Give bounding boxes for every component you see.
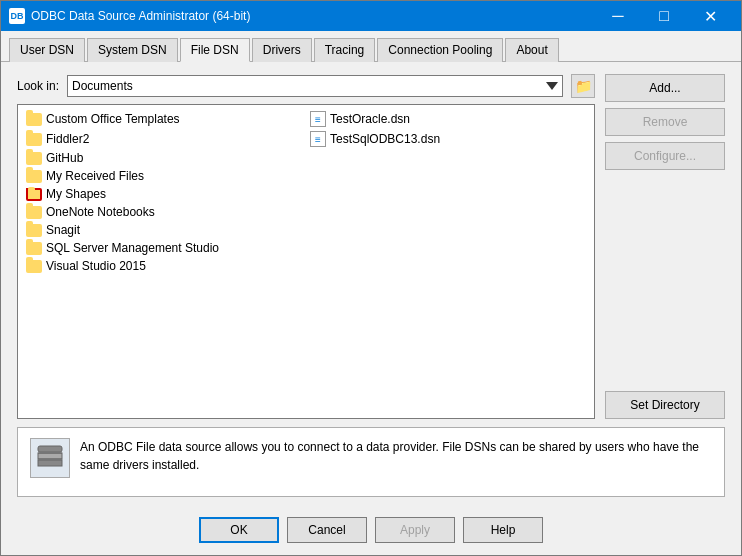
tab-about[interactable]: About — [505, 38, 558, 62]
tab-bar: User DSN System DSN File DSN Drivers Tra… — [1, 31, 741, 62]
tab-file-dsn[interactable]: File DSN — [180, 38, 250, 62]
ok-button[interactable]: OK — [199, 517, 279, 543]
apply-button[interactable]: Apply — [375, 517, 455, 543]
info-text: An ODBC File data source allows you to c… — [80, 438, 712, 474]
look-in-label: Look in: — [17, 79, 59, 93]
folder-icon — [26, 133, 42, 146]
maximize-button[interactable]: □ — [641, 1, 687, 31]
main-area: Look in: Documents 📁 Custom Office Templ… — [17, 74, 725, 419]
tab-user-dsn[interactable]: User DSN — [9, 38, 85, 62]
folder-icon — [26, 170, 42, 183]
configure-button[interactable]: Configure... — [605, 142, 725, 170]
database-icon — [34, 440, 66, 477]
look-in-select[interactable]: Documents — [67, 75, 563, 97]
folder-icon — [26, 224, 42, 237]
title-bar: DB ODBC Data Source Administrator (64-bi… — [1, 1, 741, 31]
left-panel: Look in: Documents 📁 Custom Office Templ… — [17, 74, 595, 419]
item-name: TestOracle.dsn — [330, 112, 410, 126]
info-icon — [30, 438, 70, 478]
list-item[interactable]: Snagit — [22, 221, 306, 239]
tab-drivers[interactable]: Drivers — [252, 38, 312, 62]
folder-icon — [26, 260, 42, 273]
help-button[interactable]: Help — [463, 517, 543, 543]
minimize-button[interactable]: ─ — [595, 1, 641, 31]
item-name: OneNote Notebooks — [46, 205, 155, 219]
item-name: GitHub — [46, 151, 83, 165]
list-item[interactable]: My Received Files — [22, 167, 306, 185]
list-item[interactable]: TestOracle.dsn — [306, 109, 590, 129]
bottom-buttons: OK Cancel Apply Help — [1, 509, 741, 555]
folder-open-icon: 📁 — [575, 78, 592, 94]
item-name: Fiddler2 — [46, 132, 89, 146]
list-item[interactable]: Custom Office Templates — [22, 109, 306, 129]
tab-tracing[interactable]: Tracing — [314, 38, 376, 62]
main-content: Look in: Documents 📁 Custom Office Templ… — [1, 62, 741, 509]
item-name: My Received Files — [46, 169, 144, 183]
right-panel: Add... Remove Configure... Set Directory — [605, 74, 725, 419]
svg-rect-1 — [38, 453, 62, 459]
window-title: ODBC Data Source Administrator (64-bit) — [31, 9, 595, 23]
cancel-button[interactable]: Cancel — [287, 517, 367, 543]
list-item[interactable]: SQL Server Management Studio — [22, 239, 306, 257]
folder-icon — [26, 242, 42, 255]
remove-button[interactable]: Remove — [605, 108, 725, 136]
window-controls: ─ □ ✕ — [595, 1, 733, 31]
list-item[interactable]: Fiddler2 — [22, 129, 306, 149]
set-directory-button[interactable]: Set Directory — [605, 391, 725, 419]
item-name: Visual Studio 2015 — [46, 259, 146, 273]
list-item[interactable]: GitHub — [22, 149, 306, 167]
svg-rect-0 — [38, 446, 62, 452]
item-name: SQL Server Management Studio — [46, 241, 219, 255]
main-window: DB ODBC Data Source Administrator (64-bi… — [0, 0, 742, 556]
close-button[interactable]: ✕ — [687, 1, 733, 31]
list-item[interactable]: OneNote Notebooks — [22, 203, 306, 221]
file-list: Custom Office Templates TestOracle.dsn F… — [17, 104, 595, 419]
info-box: An ODBC File data source allows you to c… — [17, 427, 725, 497]
look-in-row: Look in: Documents 📁 — [17, 74, 595, 98]
folder-icon — [26, 113, 42, 126]
item-name: My Shapes — [46, 187, 106, 201]
folder-icon — [26, 206, 42, 219]
window-icon: DB — [9, 8, 25, 24]
folder-icon — [26, 152, 42, 165]
tab-system-dsn[interactable]: System DSN — [87, 38, 178, 62]
item-name: Snagit — [46, 223, 80, 237]
tab-connection-pooling[interactable]: Connection Pooling — [377, 38, 503, 62]
item-name: TestSqlODBC13.dsn — [330, 132, 440, 146]
add-button[interactable]: Add... — [605, 74, 725, 102]
list-item[interactable]: TestSqlODBC13.dsn — [306, 129, 590, 149]
folder-icon — [26, 188, 42, 201]
dsn-file-icon — [310, 131, 326, 147]
browse-folder-button[interactable]: 📁 — [571, 74, 595, 98]
list-item[interactable]: My Shapes — [22, 185, 306, 203]
svg-rect-2 — [38, 460, 62, 466]
item-name: Custom Office Templates — [46, 112, 180, 126]
dsn-file-icon — [310, 111, 326, 127]
list-item[interactable]: Visual Studio 2015 — [22, 257, 306, 275]
